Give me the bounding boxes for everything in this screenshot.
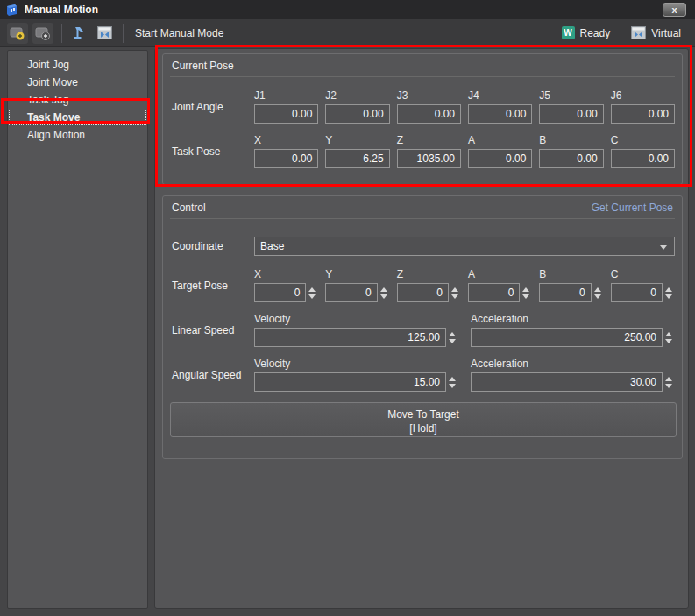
- target-pose-z-input[interactable]: 0: [397, 283, 449, 302]
- sidebar-item-joint-jog[interactable]: Joint Jog: [8, 56, 147, 74]
- angular-acceleration-input[interactable]: 30.00: [471, 372, 663, 392]
- joint-angle-j4: J4 0.00: [468, 89, 532, 124]
- spin-down-icon[interactable]: [665, 294, 672, 299]
- spin-up-icon[interactable]: [665, 287, 672, 292]
- start-manual-mode-button[interactable]: Start Manual Mode: [135, 27, 223, 39]
- current-pose-header: Current Pose: [170, 54, 675, 77]
- joint-angle-j3-value: 0.00: [397, 104, 461, 124]
- target-pose-c-input[interactable]: 0: [611, 283, 663, 302]
- field-label-b: B: [539, 268, 603, 283]
- angular-acceleration-spinner[interactable]: [663, 372, 675, 392]
- field-label-j3: J3: [397, 89, 461, 104]
- field-label-a: A: [468, 268, 532, 283]
- current-pose-title: Current Pose: [172, 60, 234, 72]
- target-pose-b-input[interactable]: 0: [539, 283, 591, 302]
- current-pose-group: Current Pose Joint Angle J1 0.00 J2 0.00…: [162, 53, 683, 185]
- spin-up-icon[interactable]: [665, 332, 672, 336]
- program-add-icon[interactable]: [7, 23, 28, 44]
- sidebar-item-task-jog[interactable]: Task Jog: [8, 91, 147, 109]
- joint-angle-j6-value: 0.00: [611, 104, 675, 124]
- spin-down-icon[interactable]: [665, 384, 672, 388]
- field-label-j6: J6: [611, 89, 675, 104]
- virtual-status-label: Virtual: [651, 27, 681, 39]
- angular-speed-row: Angular Speed Velocity 15.00 Acceleratio…: [170, 358, 675, 392]
- target-pose-c-spinner[interactable]: [663, 283, 675, 302]
- linear-velocity-input[interactable]: 125.00: [254, 328, 446, 347]
- toolbar-separator: [123, 24, 124, 43]
- target-pose-b-spinner[interactable]: [592, 283, 604, 302]
- linear-speed-label: Linear Speed: [170, 313, 254, 347]
- field-label-z: Z: [397, 134, 461, 149]
- target-pose-x-input[interactable]: 0: [254, 283, 306, 302]
- spin-up-icon[interactable]: [665, 377, 672, 381]
- velocity-label: Velocity: [254, 313, 458, 328]
- task-pose-y-value: 6.25: [325, 149, 389, 168]
- coordinate-select[interactable]: Base: [254, 237, 675, 256]
- joint-angle-label: Joint Angle: [170, 89, 254, 124]
- task-pose-z: Z 1035.00: [397, 134, 461, 168]
- task-pose-y: Y 6.25: [325, 134, 389, 168]
- field-label-j1: J1: [254, 89, 318, 104]
- task-pose-a: A 0.00: [468, 134, 532, 168]
- target-pose-label: Target Pose: [170, 268, 254, 302]
- target-pose-row: Target Pose X 0 Y 0 Z 0: [170, 268, 675, 302]
- coordinate-row: Coordinate Base: [170, 237, 675, 256]
- move-to-target-line1: Move To Target: [171, 407, 676, 421]
- coordinate-label: Coordinate: [170, 237, 254, 256]
- field-label-x: X: [254, 268, 318, 283]
- target-pose-z: Z 0: [397, 268, 461, 302]
- linear-acceleration-input[interactable]: 250.00: [471, 328, 663, 347]
- joint-angle-j1-value: 0.00: [254, 104, 318, 124]
- linear-speed-row: Linear Speed Velocity 125.00 Acceleratio…: [170, 313, 675, 347]
- spin-up-icon[interactable]: [451, 287, 458, 292]
- task-pose-c-value: 0.00: [611, 149, 675, 168]
- title-bar: Manual Motion x: [0, 0, 695, 19]
- spin-down-icon[interactable]: [665, 339, 672, 343]
- joint-angle-j2: J2 0.00: [325, 89, 389, 124]
- field-label-y: Y: [325, 268, 389, 283]
- target-pose-a-input[interactable]: 0: [468, 283, 520, 302]
- spin-down-icon[interactable]: [380, 294, 387, 299]
- sidebar-item-align-motion[interactable]: Align Motion: [8, 126, 147, 144]
- task-pose-x-value: 0.00: [254, 149, 318, 168]
- task-pose-label: Task Pose: [170, 134, 254, 168]
- close-button[interactable]: x: [663, 3, 686, 17]
- target-pose-y-spinner[interactable]: [378, 283, 390, 302]
- move-to-target-button[interactable]: Move To Target [Hold]: [170, 402, 677, 437]
- linear-acceleration-spinner[interactable]: [663, 328, 675, 347]
- target-pose-y-input[interactable]: 0: [325, 283, 377, 302]
- move-to-target-line2: [Hold]: [171, 421, 676, 435]
- control-header: Control Get Current Pose: [170, 196, 675, 219]
- spin-up-icon[interactable]: [449, 377, 456, 381]
- target-pose-x-spinner[interactable]: [306, 283, 318, 302]
- spin-down-icon[interactable]: [308, 294, 316, 299]
- field-label-x: X: [254, 134, 318, 149]
- simulator-window-icon[interactable]: [94, 23, 115, 44]
- sidebar-item-task-move[interactable]: Task Move: [8, 109, 147, 126]
- spin-up-icon[interactable]: [380, 287, 387, 292]
- spin-down-icon[interactable]: [449, 384, 456, 388]
- angular-velocity-spinner[interactable]: [446, 372, 458, 392]
- angular-velocity-input[interactable]: 15.00: [254, 372, 446, 392]
- program-insert-icon[interactable]: [32, 23, 53, 44]
- field-label-j4: J4: [468, 89, 532, 104]
- target-pose-x: X 0: [254, 268, 318, 302]
- spin-down-icon[interactable]: [594, 294, 601, 299]
- spin-up-icon[interactable]: [449, 332, 456, 336]
- target-pose-z-spinner[interactable]: [449, 283, 461, 302]
- target-pose-a-spinner[interactable]: [520, 283, 532, 302]
- linear-velocity-spinner[interactable]: [446, 328, 458, 347]
- toolbar-separator: [621, 24, 621, 43]
- spin-up-icon[interactable]: [522, 287, 529, 292]
- target-pose-a: A 0: [468, 268, 532, 302]
- joint-angle-j5: J5 0.00: [539, 89, 603, 124]
- sidebar-item-joint-move[interactable]: Joint Move: [8, 74, 147, 91]
- spin-up-icon[interactable]: [308, 287, 316, 292]
- spin-down-icon[interactable]: [449, 339, 456, 343]
- spin-up-icon[interactable]: [594, 287, 601, 292]
- spin-down-icon[interactable]: [451, 294, 458, 299]
- get-current-pose-link[interactable]: Get Current Pose: [592, 202, 673, 214]
- joint-angle-j5-value: 0.00: [539, 104, 603, 124]
- spin-down-icon[interactable]: [522, 294, 529, 299]
- robot-arm-icon[interactable]: [68, 23, 89, 44]
